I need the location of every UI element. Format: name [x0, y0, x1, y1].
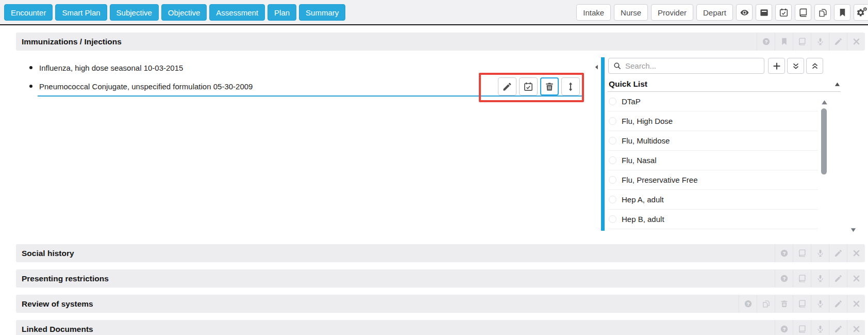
help-button[interactable]: [775, 269, 793, 288]
immunization-row[interactable]: Pneumococcal Conjugate, unspecified form…: [29, 77, 253, 95]
radio-icon[interactable]: [609, 137, 616, 145]
quick-list-item-label: Hep A, adult: [622, 195, 664, 204]
microphone-button[interactable]: [811, 295, 829, 313]
scroll-up-icon[interactable]: [821, 99, 828, 106]
quick-list-item-label: Flu, High Dose: [622, 117, 673, 125]
plus-icon: [772, 61, 781, 71]
help-button[interactable]: [775, 244, 793, 262]
book-button[interactable]: [793, 295, 811, 313]
nav-tab-subjective[interactable]: Subjective: [110, 4, 159, 21]
book-icon: [798, 249, 807, 258]
pencil-button[interactable]: [829, 269, 847, 288]
nav-tab-encounter[interactable]: Encounter: [4, 4, 53, 21]
book-button[interactable]: [795, 4, 811, 21]
quick-list-item-flu-nasal[interactable]: Flu, Nasal: [608, 151, 818, 170]
bookmark-button[interactable]: [834, 4, 850, 21]
copy-button[interactable]: [814, 4, 831, 21]
quick-list: DTaP Flu, High Dose Flu, Multidose Flu, …: [608, 92, 818, 229]
microphone-button[interactable]: [811, 320, 829, 335]
quick-list-item-flu-multidose[interactable]: Flu, Multidose: [608, 131, 818, 151]
close-button[interactable]: [847, 244, 865, 262]
radio-icon[interactable]: [609, 196, 616, 203]
microphone-button[interactable]: [811, 33, 829, 51]
book-button[interactable]: [793, 244, 811, 262]
immunization-row[interactable]: Influenza, high dose seasonal 10-03-2015: [29, 58, 183, 77]
edit-button[interactable]: [498, 77, 516, 95]
ehr-encounter-screen: Encounter Smart Plan Subjective Objectiv…: [0, 0, 868, 335]
nav-tab-plan[interactable]: Plan: [268, 4, 296, 21]
close-button[interactable]: [847, 269, 865, 288]
archive-button[interactable]: [756, 4, 772, 21]
add-button[interactable]: [768, 58, 785, 74]
pencil-icon: [834, 37, 843, 46]
collapse-up-icon[interactable]: [834, 81, 841, 88]
calendar-button[interactable]: [519, 77, 538, 95]
help-button[interactable]: [739, 295, 757, 313]
quick-list-item-flu-high-dose[interactable]: Flu, High Dose: [608, 111, 818, 131]
pencil-button[interactable]: [829, 320, 847, 335]
stage-button-nurse[interactable]: Nurse: [614, 4, 648, 21]
delete-button[interactable]: [540, 77, 559, 95]
bookmark-button[interactable]: [775, 33, 793, 51]
microphone-button[interactable]: [811, 269, 829, 288]
section-bar-presenting-restrictions: Presenting restrictions: [16, 269, 865, 288]
quick-list-item-hep-a-adult[interactable]: Hep A, adult: [608, 190, 818, 210]
close-button[interactable]: [847, 295, 865, 313]
book-icon: [798, 299, 807, 308]
panel-collapse-button[interactable]: [593, 61, 600, 73]
scroll-down-icon[interactable]: [849, 227, 857, 233]
pencil-button[interactable]: [829, 295, 847, 313]
pencil-button[interactable]: [829, 244, 847, 262]
quick-list-item-flu-preservative-free[interactable]: Flu, Preservative Free: [608, 170, 818, 190]
stage-button-intake[interactable]: Intake: [576, 4, 611, 21]
help-button[interactable]: [775, 320, 793, 335]
book-icon: [798, 325, 807, 333]
microphone-icon: [816, 299, 825, 308]
nav-tab-assessment[interactable]: Assessment: [209, 4, 265, 21]
stage-button-depart[interactable]: Depart: [696, 4, 733, 21]
close-icon: [852, 37, 861, 46]
reorder-button[interactable]: [561, 77, 580, 95]
help-icon: [762, 37, 771, 46]
quick-list-item-dtap[interactable]: DTaP: [608, 92, 818, 111]
archive-box-icon: [759, 8, 769, 18]
nav-tab-smart-plan[interactable]: Smart Plan: [55, 4, 107, 21]
help-icon: [780, 325, 789, 333]
expand-all-button[interactable]: [787, 58, 804, 74]
section-bar-immunizations: Immunizations / Injections: [16, 33, 865, 51]
immunization-entry: Pneumococcal Conjugate, unspecified form…: [39, 82, 253, 91]
collapse-all-button[interactable]: [806, 58, 823, 74]
microphone-icon: [816, 249, 825, 258]
close-icon: [852, 274, 861, 283]
stage-button-provider[interactable]: Provider: [651, 4, 693, 21]
nav-tab-summary[interactable]: Summary: [299, 4, 345, 21]
section-title: Presenting restrictions: [16, 274, 109, 283]
close-button[interactable]: [847, 33, 865, 51]
copy-button[interactable]: [757, 295, 775, 313]
quick-list-item-hep-b-adult[interactable]: Hep B, adult: [608, 210, 818, 229]
radio-icon[interactable]: [609, 215, 616, 223]
radio-icon[interactable]: [609, 117, 616, 125]
settings-button[interactable]: [854, 4, 868, 21]
close-button[interactable]: [847, 320, 865, 335]
radio-icon[interactable]: [609, 176, 616, 184]
search-input[interactable]: [625, 61, 760, 70]
trash-button[interactable]: [775, 295, 793, 313]
collapse-left-icon: [593, 61, 600, 73]
scrollbar-thumb[interactable]: [821, 108, 827, 174]
section-bar-social-history: Social history: [16, 244, 865, 262]
radio-icon[interactable]: [609, 156, 616, 164]
book-button[interactable]: [793, 269, 811, 288]
book-button[interactable]: [793, 320, 811, 335]
eye-button[interactable]: [736, 4, 753, 21]
radio-icon[interactable]: [609, 98, 616, 105]
microphone-button[interactable]: [811, 244, 829, 262]
book-button[interactable]: [793, 33, 811, 51]
pencil-button[interactable]: [829, 33, 847, 51]
nav-tab-objective[interactable]: Objective: [161, 4, 207, 21]
pencil-icon: [834, 325, 843, 333]
section-bar-icons: [739, 295, 865, 313]
section-title: Social history: [16, 249, 74, 258]
calendar-button[interactable]: [775, 4, 792, 21]
help-button[interactable]: [757, 33, 775, 51]
